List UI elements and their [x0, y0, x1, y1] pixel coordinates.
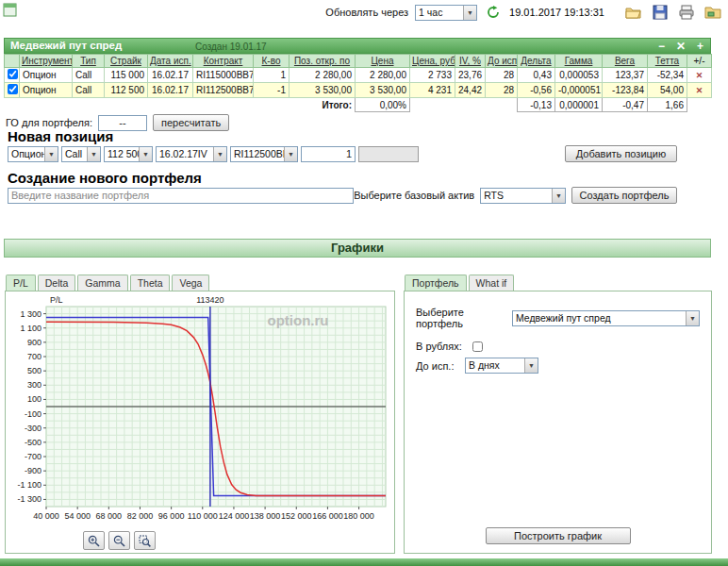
col-header-theta[interactable]: Тетта [655, 56, 679, 66]
svg-text:-700: -700 [25, 452, 41, 461]
cell-theta: -52,34 [648, 68, 687, 83]
col-header-price[interactable]: Цена [371, 56, 393, 66]
portfolio-select[interactable]: Медвежий пут спред ▼ [512, 310, 700, 326]
tab-vega[interactable]: Vega [172, 275, 209, 291]
chevron-down-icon: ▼ [552, 189, 565, 203]
col-header-iv[interactable]: IV, % [459, 56, 481, 66]
pl-chart: option.ru1 3001 100900700500300100-100-3… [8, 293, 394, 527]
col-header-contract[interactable]: Контракт [204, 56, 243, 66]
minimize-button[interactable]: − [658, 39, 665, 54]
col-header-gamma[interactable]: Гамма [565, 56, 593, 66]
refresh-interval-select[interactable]: 1 час ▼ [415, 5, 477, 21]
portfolio-name-input[interactable] [8, 188, 354, 204]
svg-text:-900: -900 [25, 466, 41, 475]
cell-contract: RI115000BB7 [193, 68, 254, 83]
tab-theta[interactable]: Theta [130, 275, 171, 291]
option-type-select[interactable]: Call ▼ [61, 146, 101, 162]
zoom-in-button[interactable] [83, 531, 105, 550]
tab-portfolio[interactable]: Портфель [405, 275, 467, 291]
open-portfolio-icon[interactable] [624, 4, 643, 21]
cell-qty: 1 [254, 68, 290, 83]
svg-text:-500: -500 [25, 438, 41, 447]
cell-qty: -1 [254, 83, 290, 98]
position-enabled-checkbox[interactable] [8, 69, 18, 79]
tab-what-if[interactable]: What if [469, 275, 515, 291]
right-panel-tabs: Портфель What if [405, 274, 514, 291]
recalculate-button[interactable]: пересчитать [153, 114, 229, 131]
svg-text:110 000: 110 000 [188, 511, 218, 521]
col-header-pos-open[interactable]: Поз. откр. по [294, 56, 350, 66]
cell-theta: 54,00 [648, 83, 687, 98]
cell-type: Call [73, 68, 105, 83]
add-portfolio-button[interactable]: + [697, 39, 703, 54]
tab-gamma[interactable]: Gamma [77, 275, 127, 291]
magnifier-minus-icon [113, 535, 125, 547]
instrument-select[interactable]: Опцион ▼ [8, 146, 58, 162]
zoom-reset-button[interactable] [134, 531, 156, 550]
totals-delta: -0,13 [518, 98, 555, 112]
close-portfolio-button[interactable]: ✕ [676, 39, 686, 54]
svg-text:-300: -300 [25, 424, 41, 433]
svg-text:P/L: P/L [50, 295, 63, 305]
col-header-qty[interactable]: К-во [262, 56, 281, 66]
build-chart-button[interactable]: Построить график [486, 527, 631, 544]
contract-select[interactable]: RI112500BB7 ▼ [230, 146, 298, 162]
totals-price-pct: 0,00% [356, 98, 410, 112]
svg-text:180 000: 180 000 [343, 511, 374, 521]
save-icon[interactable] [651, 4, 670, 21]
svg-text:-1 100: -1 100 [17, 480, 41, 490]
rubles-checkbox[interactable] [472, 341, 483, 352]
cell-price: 2 280,00 [356, 68, 410, 83]
chevron-down-icon: ▼ [87, 147, 100, 161]
portfolio-title-bar: Медвежий пут спред Создан 19.01.17 − ✕ + [4, 38, 711, 54]
chevron-down-icon: ▼ [213, 147, 226, 161]
delete-position-icon[interactable]: ✕ [696, 71, 703, 80]
cell-expiry: 16.02.17 [148, 83, 193, 98]
svg-text:1 300: 1 300 [20, 309, 41, 319]
positions-table: Инструмент Тип Страйк Дата исп. Контракт… [4, 54, 712, 112]
base-asset-select[interactable]: RTS ▼ [480, 188, 566, 204]
cell-vega: -123,84 [603, 83, 648, 98]
days-mode-select[interactable]: В днях ▼ [465, 358, 538, 374]
header-checkbox-cell [5, 55, 20, 68]
add-position-button[interactable]: Добавить позицию [565, 145, 677, 162]
chevron-down-icon: ▼ [284, 147, 297, 161]
col-header-delta[interactable]: Дельта [521, 56, 551, 66]
col-header-price-rub[interactable]: Цена, руб. [412, 56, 455, 66]
expiry-select[interactable]: 16.02.17IV ▼ [156, 146, 227, 162]
create-portfolio-button[interactable]: Создать портфель [571, 187, 677, 204]
col-header-expiry[interactable]: Дата исп. [150, 56, 191, 66]
cell-type: Call [73, 83, 105, 98]
portfolio-panel: Медвежий пут спред Создан 19.01.17 − ✕ +… [4, 38, 711, 112]
col-header-type[interactable]: Тип [80, 56, 96, 66]
print-icon[interactable] [677, 4, 696, 21]
portfolios-folder-icon[interactable] [703, 4, 722, 21]
chevron-down-icon: ▼ [524, 358, 538, 373]
delete-position-icon[interactable]: ✕ [696, 86, 703, 95]
col-header-instrument[interactable]: Инструмент [22, 56, 73, 66]
svg-text:-100: -100 [25, 409, 41, 419]
select-portfolio-label: Выберите портфель [416, 307, 512, 329]
tab-pl[interactable]: P/L [6, 275, 36, 291]
svg-text:82 000: 82 000 [127, 511, 154, 521]
app-icon[interactable] [3, 3, 17, 19]
cell-expiry: 16.02.17 [148, 68, 193, 83]
tab-delta[interactable]: Delta [38, 275, 76, 291]
cell-pos-open: 2 280,00 [290, 68, 356, 83]
totals-theta: 1,66 [648, 98, 687, 112]
quantity-input[interactable] [301, 146, 356, 162]
current-datetime: 19.01.2017 19:13:31 [509, 7, 604, 18]
positions-table-header-row: Инструмент Тип Страйк Дата исп. Контракт… [5, 55, 712, 68]
col-header-days[interactable]: До исп. [488, 56, 518, 66]
svg-text:96 000: 96 000 [158, 511, 185, 521]
strike-select[interactable]: 112 500 ▼ [104, 146, 153, 162]
position-enabled-checkbox[interactable] [8, 84, 18, 94]
zoom-out-button[interactable] [108, 531, 130, 550]
refresh-icon[interactable] [484, 4, 503, 21]
col-header-strike[interactable]: Страйк [110, 56, 141, 66]
zoom-controls [83, 531, 394, 550]
svg-text:100: 100 [27, 394, 41, 404]
col-header-vega[interactable]: Вега [615, 56, 635, 66]
cell-delta: 0,43 [518, 68, 555, 83]
new-portfolio-row: Выберите базовый актив RTS ▼ Создать пор… [8, 187, 677, 204]
